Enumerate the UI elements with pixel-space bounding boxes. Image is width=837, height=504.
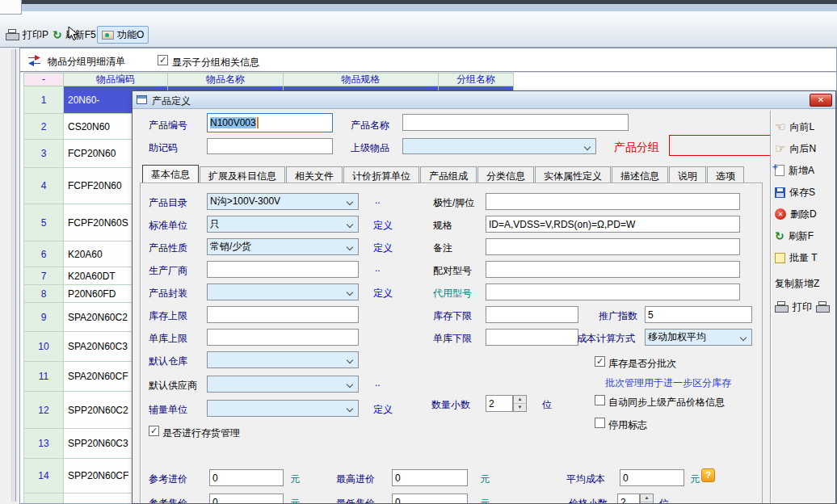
yuan-unit: 元 — [480, 497, 490, 504]
tab-pricing-unit[interactable]: 计价折算单位 — [343, 166, 419, 183]
paired-model-input[interactable] — [486, 261, 740, 278]
substitute-model-input[interactable] — [486, 284, 740, 300]
mnemonic-input[interactable] — [207, 138, 333, 154]
row-index: 11 — [23, 362, 64, 392]
max-purchase-input[interactable]: 0 — [392, 469, 468, 486]
dialog-title-bar[interactable]: 产品定义 ✕ — [132, 91, 835, 109]
package-combobox[interactable] — [207, 284, 359, 300]
catalog-more-link[interactable]: .. — [375, 195, 381, 206]
print-preview-icon — [816, 301, 830, 313]
manufacturer-input[interactable] — [207, 261, 359, 278]
unit-define-link[interactable]: 定义 — [373, 219, 393, 233]
catalog-combobox[interactable]: N沟>100V-300V — [207, 193, 359, 210]
spin-up-icon[interactable]: ▲ — [641, 494, 653, 502]
standard-unit-combobox[interactable]: 只 — [207, 216, 359, 233]
ref-sale-input[interactable]: 0 — [209, 494, 284, 504]
window-icon — [137, 95, 147, 104]
default-supplier-combobox[interactable] — [207, 376, 359, 393]
yuan-unit: 元 — [290, 497, 300, 504]
main-toolbar: 打印P ↻ 刷新F5 功能O — [0, 11, 837, 48]
show-subgroup-checkbox[interactable]: ✓ — [158, 55, 168, 65]
chevron-down-icon — [740, 334, 747, 341]
chevron-down-icon — [347, 199, 353, 205]
nav-prev-button[interactable]: ☜ 向前L — [775, 120, 814, 134]
stock-upper-input[interactable] — [207, 306, 359, 323]
manufacturer-more-link[interactable]: .. — [375, 262, 381, 274]
delete-button[interactable]: ✕ 删除D — [775, 207, 817, 221]
batch-button[interactable]: 批量 T — [775, 250, 818, 265]
chevron-down-icon — [347, 357, 353, 363]
catalog-label: 产品目录 — [149, 196, 187, 210]
col-header-name[interactable]: 物品名称 — [168, 73, 284, 86]
auto-sync-checkbox[interactable] — [595, 395, 605, 405]
tab-notes[interactable]: 说明 — [669, 166, 706, 183]
promo-index-label: 推广指数 — [599, 309, 637, 323]
tab-extended-accounts[interactable]: 扩展及科目信息 — [200, 166, 285, 183]
min-sale-input[interactable]: 0 — [392, 494, 468, 504]
row-index: 1 — [23, 86, 64, 114]
parent-item-combobox[interactable] — [402, 138, 596, 154]
cost-method-combobox[interactable]: 移动加权平均 — [645, 329, 752, 346]
refresh-record-button[interactable]: ↻ 刷新F — [775, 229, 814, 243]
tab-classification[interactable]: 分类信息 — [477, 166, 534, 183]
print-button[interactable]: 打印P — [2, 26, 53, 44]
spin-down-icon[interactable]: ▼ — [514, 404, 526, 411]
tab-basic-info[interactable]: 基本信息 — [142, 165, 199, 183]
tab-composition[interactable]: 产品组成 — [420, 166, 477, 183]
product-group-box[interactable] — [669, 135, 771, 156]
help-icon[interactable]: ? — [701, 468, 715, 482]
chevron-down-icon — [347, 381, 353, 388]
supplier-more-link[interactable]: .. — [375, 377, 381, 388]
ref-purchase-input[interactable]: 0 — [209, 469, 284, 486]
package-define-link[interactable]: 定义 — [373, 287, 393, 300]
copy-add-button[interactable]: 复制新增Z — [775, 276, 819, 291]
bin-upper-input[interactable] — [207, 329, 359, 346]
col-header-code[interactable]: 物品编码 — [64, 73, 168, 86]
aux-unit-combobox[interactable] — [207, 400, 359, 417]
disabled-flag-checkbox[interactable] — [595, 418, 605, 428]
qty-decimal-input[interactable]: 2 — [486, 395, 513, 412]
print-record-button[interactable]: 打印 — [775, 300, 830, 314]
table-header-row: - 物品编码 物品名称 物品规格 分组名称 — [23, 73, 514, 86]
batch-stock-checkbox[interactable]: ✓ — [595, 356, 605, 367]
close-icon[interactable]: ✕ — [810, 94, 832, 107]
spec-input[interactable]: ID=A,VDSS=V,RDS(on)=Ω,PD=W — [486, 216, 740, 233]
save-button[interactable]: 保存S — [775, 185, 815, 200]
add-button[interactable]: + 新增A — [775, 163, 814, 178]
top-left-corner-box — [0, 0, 22, 15]
tab-entity-attributes[interactable]: 实体属性定义 — [535, 166, 611, 183]
product-group-label: 产品分组 — [614, 141, 659, 155]
sidebar-separator — [770, 111, 772, 504]
col-header-index[interactable]: - — [23, 73, 64, 86]
nature-define-link[interactable]: 定义 — [373, 242, 393, 255]
qty-decimal-stepper[interactable]: ▲ ▼ — [513, 395, 527, 412]
default-warehouse-combobox[interactable] — [207, 351, 359, 368]
polarity-input[interactable] — [486, 193, 740, 210]
col-header-spec[interactable]: 物品规格 — [284, 73, 439, 86]
nature-combobox[interactable]: 常销/少货 — [207, 238, 359, 255]
remark-input[interactable] — [486, 238, 740, 255]
nav-next-button[interactable]: ☞ 向后N — [775, 141, 816, 156]
stock-lower-input[interactable] — [486, 306, 578, 323]
substitute-model-label: 代用型号 — [433, 287, 472, 300]
inventory-mgmt-checkbox[interactable]: ✓ — [149, 426, 159, 436]
floppy-disk-icon — [775, 187, 785, 198]
price-decimal-stepper[interactable]: ▲ ▼ — [640, 494, 654, 504]
promo-index-input[interactable]: 5 — [645, 306, 752, 323]
paired-model-label: 配对型号 — [433, 264, 472, 278]
auto-sync-label: 自动同步上级产品价格信息 — [608, 396, 725, 410]
function-button[interactable]: 功能O — [97, 26, 149, 44]
aux-unit-define-link[interactable]: 定义 — [373, 403, 393, 417]
left-splitter-rail[interactable] — [0, 48, 19, 504]
price-decimal-input[interactable]: 2 — [617, 494, 640, 504]
price-decimal-unit: 位 — [659, 497, 669, 504]
col-header-group[interactable]: 分组名称 — [439, 73, 514, 86]
spin-up-icon[interactable]: ▲ — [514, 396, 526, 404]
tab-related-files[interactable]: 相关文件 — [286, 166, 343, 183]
avg-cost-input[interactable]: 0 — [620, 469, 684, 486]
tab-options[interactable]: 选项 — [707, 166, 744, 183]
product-code-input[interactable]: N100V003 — [207, 113, 333, 132]
product-name-input[interactable] — [402, 114, 629, 131]
tab-description[interactable]: 描述信息 — [612, 166, 668, 183]
bin-lower-input[interactable] — [486, 329, 578, 346]
